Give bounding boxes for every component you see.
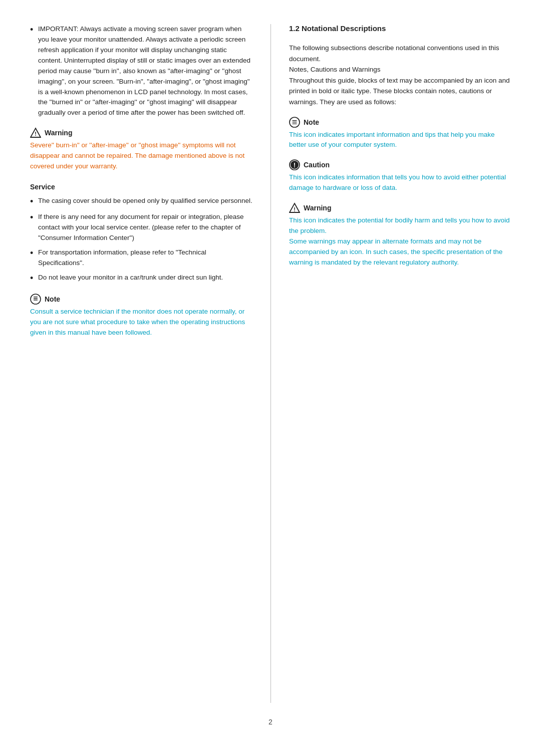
note-icon-1 xyxy=(30,294,41,305)
warning-icon-right: ! xyxy=(289,202,300,213)
service-bullet-text-3: For transportation information, please r… xyxy=(38,247,252,269)
caution-text-right: This icon indicates information that tel… xyxy=(289,172,511,193)
svg-text:!: ! xyxy=(35,131,37,137)
service-bullet-text-2: If there is any need for any document fo… xyxy=(38,212,252,243)
warning-label-right: Warning xyxy=(304,204,331,212)
caution-label-right: Caution xyxy=(304,161,330,169)
bullet-dot: • xyxy=(30,272,38,285)
service-bullet-text-1: The casing cover should be opened only b… xyxy=(38,196,252,206)
bullet-dot: • xyxy=(30,195,38,208)
intro-text: IMPORTANT: Always activate a moving scre… xyxy=(38,24,252,118)
note-text-right: This icon indicates important informatio… xyxy=(289,130,511,151)
bullet-dot: • xyxy=(30,247,38,260)
service-bullet-3: • For transportation information, please… xyxy=(30,247,252,269)
caution-block-right: ! Caution This icon indicates informatio… xyxy=(289,159,511,193)
svg-text:!: ! xyxy=(294,206,296,212)
bullet-dot: • xyxy=(30,24,38,36)
svg-rect-4 xyxy=(34,300,38,301)
svg-text:!: ! xyxy=(294,161,296,169)
page-number: 2 xyxy=(30,718,511,726)
svg-rect-9 xyxy=(293,123,297,124)
service-bullet-1: • The casing cover should be opened only… xyxy=(30,196,252,208)
warning-icon-1: ! xyxy=(30,127,41,138)
service-bullet-2: • If there is any need for any document … xyxy=(30,212,252,243)
svg-rect-8 xyxy=(293,122,297,122)
svg-rect-7 xyxy=(293,120,297,121)
note-text-1: Consult a service technician if the moni… xyxy=(30,307,252,338)
svg-rect-5 xyxy=(34,297,38,298)
main-columns: • IMPORTANT: Always activate a moving sc… xyxy=(30,24,511,703)
note-title-right: Note xyxy=(289,117,511,128)
warning-block-right: ! Warning This icon indicates the potent… xyxy=(289,202,511,268)
warning-label-1: Warning xyxy=(45,129,72,137)
service-heading: Service xyxy=(30,183,252,191)
note-title-1: Note xyxy=(30,294,252,305)
caution-icon-right: ! xyxy=(289,159,300,170)
warning-title-right: ! Warning xyxy=(289,202,511,213)
page: • IMPORTANT: Always activate a moving sc… xyxy=(0,0,541,756)
note-block-1: Note Consult a service technician if the… xyxy=(30,294,252,338)
warning-text-1: Severe'' burn-in'' or ''after-image'' or… xyxy=(30,140,252,172)
caution-title-right: ! Caution xyxy=(289,159,511,170)
left-column: • IMPORTANT: Always activate a moving sc… xyxy=(30,24,270,703)
note-block-right: Note This icon indicates important infor… xyxy=(289,117,511,151)
svg-point-2 xyxy=(31,294,41,304)
service-bullet-4: • Do not leave your monitor in a car/tru… xyxy=(30,273,252,285)
intro-bullet: • IMPORTANT: Always activate a moving sc… xyxy=(30,24,252,118)
note-icon-right xyxy=(289,117,300,128)
service-bullet-text-4: Do not leave your monitor in a car/trunk… xyxy=(38,273,223,283)
note-label-1: Note xyxy=(45,295,60,303)
warning-text-right: This icon indicates the potential for bo… xyxy=(289,215,511,268)
warning-title-1: ! Warning xyxy=(30,127,252,138)
right-intro: The following subsections describe notat… xyxy=(289,43,511,108)
section-title: 1.2 Notational Descriptions xyxy=(289,24,511,36)
service-bullets: • The casing cover should be opened only… xyxy=(30,196,252,285)
svg-rect-3 xyxy=(34,298,38,299)
note-label-right: Note xyxy=(304,118,319,126)
bullet-dot: • xyxy=(30,211,38,224)
warning-block-1: ! Warning Severe'' burn-in'' or ''after-… xyxy=(30,127,252,172)
right-intro-text: The following subsections describe notat… xyxy=(289,44,510,106)
right-column: 1.2 Notational Descriptions The followin… xyxy=(270,24,511,703)
